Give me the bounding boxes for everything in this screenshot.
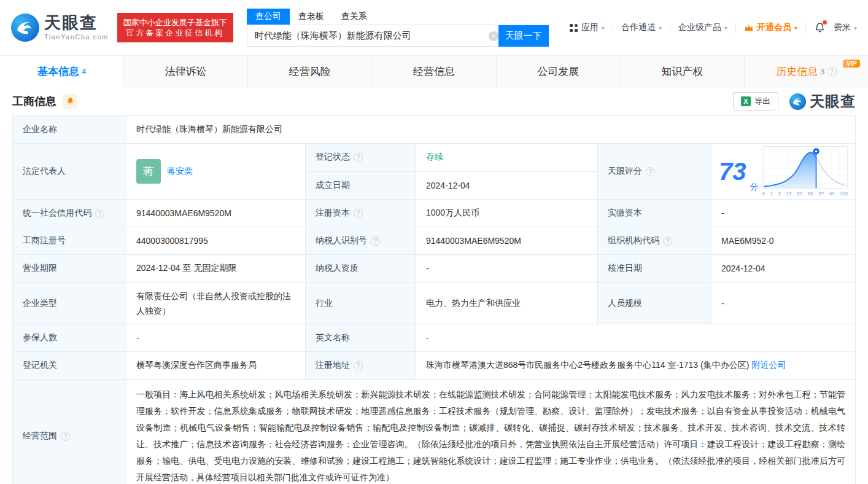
monitor-bell-button[interactable]: [63, 94, 77, 109]
company-name-label: 企业名称: [23, 124, 57, 135]
reg-address-cell: 珠海市横琴港澳大道868号市民服务中心2号楼政务服务中心114 室-1713 (…: [416, 352, 855, 379]
nav-user[interactable]: 费米 ▾: [834, 22, 857, 33]
reg-status-value: 存续: [416, 144, 597, 171]
credit-code-value: 91440003MAE6M9520M: [126, 200, 306, 227]
field-label: 企业类型: [13, 283, 126, 324]
field-label: 参保人数: [13, 324, 126, 351]
help-icon[interactable]: ?: [354, 153, 363, 162]
field-label: 英文名称: [306, 324, 416, 351]
legal-rep-label: 法定代表人: [23, 166, 66, 177]
watermark-brand: 天眼查: [810, 92, 856, 111]
nav-user-label: 费米: [834, 22, 851, 33]
help-icon[interactable]: ?: [371, 236, 380, 246]
tianyancha-logo[interactable]: 天眼查 TianYanCha.com: [11, 14, 109, 42]
export-button[interactable]: X 导出: [733, 92, 778, 111]
table-row: 经营范围 ? 一般项目：海上风电相关系统研发；风电场相关系统研发；新兴能源技术研…: [13, 380, 855, 484]
tab-intellectual-property[interactable]: 知识产权: [621, 56, 745, 87]
help-icon[interactable]: ?: [646, 167, 655, 176]
tianyancha-logo-icon: [11, 14, 39, 42]
search-tab-company[interactable]: 查公司: [247, 9, 290, 25]
search-tab-relation[interactable]: 查关系: [333, 9, 376, 25]
tab-company-development[interactable]: 公司发展: [497, 56, 621, 87]
insured-label: 参保人数: [23, 332, 57, 343]
chevron-down-icon: ▾: [602, 25, 605, 31]
legal-rep-link[interactable]: 蒋安奕: [167, 166, 193, 177]
company-type-label: 企业类型: [23, 298, 57, 309]
reg-authority-label: 登记机关: [23, 360, 57, 371]
nav-partner-channel[interactable]: 合作通道 ▾: [621, 22, 662, 33]
nav-open-vip[interactable]: 开通会员 ▾: [744, 22, 797, 33]
tab-legal-litigation-label: 法律诉讼: [165, 64, 207, 79]
table-row: 统一社会信用代码 ? 91440003MAE6M9520M 注册资本 ? 100…: [13, 200, 855, 227]
tab-legal-litigation[interactable]: 法律诉讼: [124, 56, 248, 87]
clear-search-icon[interactable]: ×: [489, 31, 498, 41]
excel-icon: X: [741, 96, 751, 106]
score-unit: 分: [750, 182, 759, 193]
chevron-down-icon: ▾: [659, 25, 662, 31]
score-axis-labels: 013 155085 9799100: [762, 191, 848, 197]
help-icon[interactable]: ?: [663, 236, 672, 246]
english-name-label: 英文名称: [316, 332, 350, 343]
tab-company-development-label: 公司发展: [537, 64, 579, 79]
gov-badge-line2: 官方备案企业征信机构: [123, 28, 227, 38]
org-code-value: MAE6M952-0: [711, 227, 855, 254]
table-row: 登记机关 横琴粤澳深度合作区商事服务局 注册地址 ? 珠海市横琴港澳大道868号…: [13, 352, 855, 380]
search-input[interactable]: [247, 25, 505, 47]
reg-capital-label: 注册资本: [316, 208, 350, 219]
table-row: 企业名称 时代绿能（珠海横琴）新能源有限公司: [13, 116, 855, 144]
establish-date-value: 2024-12-04: [416, 172, 597, 200]
divider: [613, 23, 613, 33]
field-label: 实缴资本: [598, 200, 711, 227]
score-distribution-chart: 013 155085 9799100: [762, 146, 848, 197]
staff-size-label: 人员规模: [608, 298, 642, 309]
tianyancha-logo-icon: [789, 93, 806, 110]
brand-name: 天眼查: [44, 15, 109, 31]
chevron-down-icon: ▾: [794, 25, 797, 31]
business-term-value: 2024-12-04 至 无固定期限: [126, 255, 306, 282]
crown-icon: [744, 23, 754, 32]
help-icon[interactable]: ?: [95, 209, 104, 218]
tab-business-risk-label: 经营风险: [289, 64, 331, 79]
tab-history-info-count: 3: [820, 67, 824, 76]
table-row: 工商注册号 440003000817995 纳税人识别号 ? 91440003M…: [13, 227, 855, 255]
field-label: 纳税人资质: [306, 255, 416, 282]
divider: [805, 23, 806, 33]
chevron-down-icon: ▾: [854, 25, 857, 31]
tab-business-info[interactable]: 经营信息: [372, 56, 496, 87]
help-icon[interactable]: ?: [354, 209, 363, 218]
tab-history-info[interactable]: VIP 历史信息 3 ?: [745, 56, 868, 87]
search-button[interactable]: 天眼一下: [498, 25, 549, 47]
help-icon[interactable]: ?: [354, 361, 363, 370]
tab-basic-info[interactable]: 基本信息 4: [0, 56, 124, 87]
bell-icon: [66, 97, 74, 106]
field-label: 统一社会信用代码 ?: [13, 200, 126, 227]
credit-code-label: 统一社会信用代码: [23, 208, 91, 219]
field-label: 登记机关: [13, 352, 126, 379]
help-icon[interactable]: ?: [827, 67, 837, 76]
legal-rep-avatar[interactable]: 蒋: [136, 159, 161, 184]
reg-address-value: 珠海市横琴港澳大道868号市民服务中心2号楼政务服务中心114 室-1713 (…: [426, 360, 749, 371]
nav-apps[interactable]: 应用 ▾: [569, 22, 605, 33]
field-label: 核准日期: [598, 255, 711, 282]
watermark-logo: 天眼查: [789, 92, 856, 111]
company-type-value: 有限责任公司（非自然人投资或控股的法人独资）: [126, 283, 306, 324]
nav-enterprise-products[interactable]: 企业级产品 ▾: [678, 22, 727, 33]
tab-business-risk[interactable]: 经营风险: [248, 56, 372, 87]
reg-status-label: 登记状态: [316, 152, 350, 163]
taxpayer-quality-label: 纳税人资质: [316, 263, 358, 274]
table-row: 法定代表人 蒋 蒋安奕 登记状态 ? 存续 成立日期 2024-12-04 天眼…: [13, 144, 855, 200]
search-tab-boss[interactable]: 查老板: [290, 9, 333, 25]
score-value: 73: [719, 159, 746, 184]
paid-capital-label: 实缴资本: [608, 208, 642, 219]
nearby-companies-link[interactable]: 附近公司: [751, 360, 786, 371]
vip-badge: VIP: [843, 60, 860, 68]
field-label: 经营范围 ?: [13, 380, 126, 484]
export-label: 导出: [754, 96, 770, 107]
table-row: 企业类型 有限责任公司（非自然人投资或控股的法人独资） 行业 电力、热力生产和供…: [13, 283, 855, 324]
help-icon[interactable]: ?: [61, 432, 70, 441]
gov-certification-badge: 国家中小企业发展子基金旗下 官方备案企业征信机构: [117, 13, 233, 42]
reg-number-value: 440003000817995: [126, 227, 306, 254]
reg-capital-value: 1000万人民币: [416, 200, 598, 227]
taxpayer-quality-value: -: [416, 255, 598, 282]
notifications-bell[interactable]: [814, 22, 826, 34]
